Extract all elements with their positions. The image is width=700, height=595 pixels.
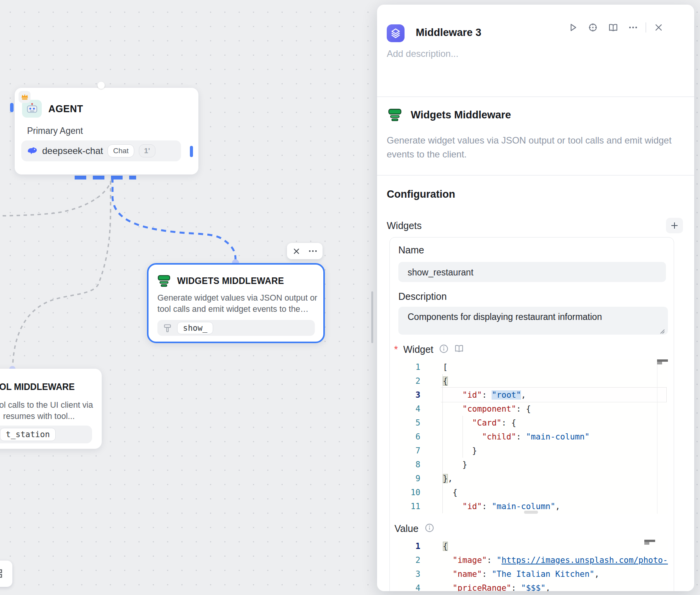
- info-icon: [425, 523, 434, 533]
- widget-description-value: Components for displaying restaurant inf…: [408, 312, 602, 322]
- plus-icon: [670, 221, 679, 230]
- stack-icon: [390, 28, 401, 39]
- widget-docs-button[interactable]: [454, 344, 464, 355]
- editor-scrollbar-corner: [644, 542, 649, 545]
- run-button[interactable]: [565, 20, 580, 35]
- agent-model-pill[interactable]: deepseek-chat Chat 1': [21, 140, 181, 161]
- book-icon: [608, 22, 618, 33]
- value-code-editor[interactable]: 1{2 "image": "https://images.unsplash.co…: [398, 539, 668, 591]
- middleware-type-title: Widgets Middleware: [411, 109, 511, 121]
- code-line: 3 "name": "The Italian Kitchen",: [398, 567, 668, 581]
- docs-button[interactable]: [605, 20, 621, 35]
- widgets-icon: [388, 108, 402, 121]
- panel-scrollbar[interactable]: [371, 291, 373, 343]
- close-icon: [654, 23, 663, 32]
- widget-info-button[interactable]: [439, 344, 449, 355]
- widgets-icon: [157, 275, 171, 287]
- hammer-icon: [162, 323, 172, 333]
- tool-node-description: ol calls to the UI client via resumes wi…: [0, 400, 93, 422]
- temperature-badge: 1': [139, 144, 155, 157]
- middleware-avatar: [387, 24, 405, 42]
- tool-node-title: OL MIDDLEWARE: [0, 382, 75, 392]
- code-line: 4 "priceRange": "$$$",: [398, 581, 668, 591]
- description-placeholder[interactable]: Add description...: [387, 48, 458, 59]
- code-line: 7 }: [398, 444, 668, 458]
- widget-tag: show_: [177, 322, 213, 334]
- code-line: 4 "component": {: [398, 402, 668, 416]
- code-line: 2{: [398, 374, 668, 388]
- agent-top-port[interactable]: [97, 82, 105, 89]
- widgets-middleware-node[interactable]: WIDGETS MIDDLEWARE Generate widget value…: [147, 263, 325, 343]
- close-panel-button[interactable]: [651, 20, 666, 35]
- tool-tag: t_station: [0, 428, 56, 441]
- required-asterisk: *: [394, 344, 398, 355]
- locate-button[interactable]: [585, 20, 601, 35]
- widgets-node-tools[interactable]: show_: [157, 320, 315, 336]
- model-name: deepseek-chat: [42, 145, 103, 156]
- value-info-button[interactable]: [425, 523, 434, 534]
- deepseek-whale-icon: [27, 147, 38, 155]
- edge-blue-to-widgets: [113, 178, 236, 260]
- code-line: 2 "image": "https://images.unsplash.com/…: [398, 553, 668, 567]
- widgets-list-label: Widgets: [387, 220, 422, 231]
- ellipsis-icon: [628, 26, 638, 29]
- editor-scrollbar-track: [657, 359, 657, 514]
- agent-node-name: Primary Agent: [27, 126, 83, 136]
- code-line: 9},: [398, 472, 668, 486]
- edge-gray-left: [0, 179, 112, 216]
- configuration-heading: Configuration: [387, 188, 455, 200]
- delete-node-button[interactable]: [290, 244, 304, 258]
- middleware-inspector-panel: Middleware 3: [377, 5, 694, 591]
- description-label: Description: [398, 291, 447, 302]
- panel-title: Middleware 3: [416, 27, 481, 39]
- divider: [377, 175, 694, 176]
- agent-right-handle[interactable]: [190, 146, 193, 157]
- agent-node[interactable]: AGENT Primary Agent deepseek-chat Chat 1…: [15, 88, 198, 174]
- code-line: 1[: [398, 360, 668, 374]
- crosshair-icon: [588, 22, 598, 32]
- node-more-button[interactable]: [306, 244, 320, 258]
- widgets-node-title: WIDGETS MIDDLEWARE: [177, 276, 284, 286]
- node-action-toolbar: [287, 243, 323, 259]
- code-line: 5 "Card": {: [398, 416, 668, 430]
- widgets-node-description: Generate widget values via JSON output o…: [157, 292, 318, 315]
- list-icon: [0, 567, 11, 582]
- tool-node-tools[interactable]: t_station: [0, 426, 92, 443]
- code-line: 6 "child": "main-column": [398, 430, 668, 444]
- agent-left-handle[interactable]: [10, 103, 14, 112]
- book-icon: [454, 344, 464, 354]
- chat-badge: Chat: [108, 144, 134, 157]
- play-icon: [568, 22, 578, 32]
- code-line: 8 }: [398, 458, 668, 472]
- robot-icon: [26, 103, 39, 115]
- crown-badge: [19, 91, 31, 103]
- editor-hscrollbar[interactable]: [524, 511, 538, 514]
- ellipsis-icon: [309, 250, 317, 253]
- name-label: Name: [398, 244, 424, 256]
- code-line: 10 {: [398, 486, 668, 499]
- widget-code-editor[interactable]: 1[2{3 "id": "root",4 "component": {5 "Ca…: [398, 359, 668, 514]
- close-icon: [293, 248, 300, 255]
- panel-more-button[interactable]: [625, 20, 641, 35]
- code-line: 1{: [398, 539, 668, 553]
- header-divider: [645, 22, 646, 32]
- canvas-corner-control[interactable]: [0, 561, 12, 587]
- widget-name-value: show_restaurant: [408, 267, 473, 278]
- resize-handle-icon[interactable]: [658, 327, 665, 334]
- divider: [377, 96, 694, 97]
- editor-scrollbar-corner: [657, 362, 662, 364]
- tool-middleware-node[interactable]: OL MIDDLEWARE ol calls to the UI client …: [0, 369, 102, 449]
- code-line: 3 "id": "root",: [398, 388, 668, 402]
- value-field-label: Value: [394, 523, 418, 534]
- edge-gray-to-tool: [13, 181, 111, 364]
- middleware-type-description: Generate widget values via JSON output o…: [387, 133, 685, 161]
- crown-icon: [20, 93, 29, 101]
- add-widget-button[interactable]: [666, 218, 683, 233]
- agent-node-title: AGENT: [48, 103, 83, 115]
- widget-field-label: Widget: [403, 344, 434, 355]
- info-icon: [439, 344, 449, 354]
